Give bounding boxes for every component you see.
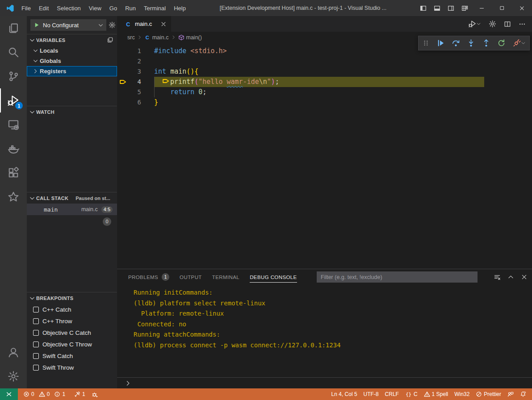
clear-console-icon[interactable] [494,274,501,281]
more-actions-icon[interactable] [519,21,526,28]
run-or-debug-button[interactable] [469,20,481,28]
configure-gear-icon[interactable] [109,21,116,29]
activity-explorer[interactable] [0,16,27,40]
breakpoint-objective-c-catch[interactable]: Objective C Catch [27,327,117,338]
split-editor-icon[interactable] [504,21,511,28]
close-button[interactable] [512,0,532,16]
code-editor[interactable]: 1#include <stdio.h>23int main(){4 printf… [117,43,532,269]
breakpoint-c-throw[interactable]: C++ Throw [27,315,117,327]
breakpoint-gutter[interactable] [117,46,129,56]
maximize-panel-icon[interactable] [507,274,514,280]
breadcrumb-item-2[interactable]: Cmain.c [144,34,169,41]
breakpoint-gutter[interactable] [117,56,129,67]
menu-edit[interactable]: Edit [35,0,53,16]
code-text[interactable]: #include <stdio.h> [154,46,227,56]
activity-run-and-debug[interactable]: 1 [0,88,27,112]
menu-selection[interactable]: Selection [53,0,84,16]
status-eol[interactable]: CRLF [382,388,402,400]
activity-remote-explorer[interactable] [0,112,27,137]
close-tab-icon[interactable] [160,21,167,27]
menu-run[interactable]: Run [121,0,140,16]
breakpoint-checkbox[interactable] [33,330,39,336]
code-text[interactable]: } [154,97,158,108]
session-row[interactable]: 0 [27,215,117,228]
activity-source-control[interactable] [0,64,27,88]
breakpoint-swift-throw[interactable]: Swift Throw [27,362,117,373]
activity-account[interactable] [0,340,27,364]
variables-item-registers[interactable]: Registers [27,66,117,76]
variables-section-header[interactable]: VARIABLES [27,34,117,46]
breakpoint-gutter[interactable] [117,67,129,77]
activity-search[interactable] [0,40,27,64]
debug-console-input[interactable] [117,377,532,388]
tools-status[interactable]: 1 [71,388,88,400]
status-notifications[interactable] [517,388,529,400]
problems-status[interactable]: 001 [20,388,71,400]
activity-extensions[interactable] [0,161,27,185]
status-language-mode[interactable]: {}C [402,388,421,400]
close-panel-icon[interactable] [521,274,528,280]
customize-layout-icon[interactable] [461,5,468,12]
code-text[interactable]: return 0; [154,87,206,97]
toggle-sidebar-icon[interactable] [420,5,427,12]
panel-tab-terminal[interactable]: TERMINAL [212,269,239,285]
breadcrumb-item-1[interactable]: src [127,34,135,41]
breakpoint-checkbox[interactable] [33,365,39,371]
minimize-button[interactable] [472,0,492,16]
stack-frame-row[interactable]: main main.c 4:5 [27,204,117,215]
menu-view[interactable]: View [85,0,105,16]
activity-star[interactable] [0,185,27,209]
breakpoints-section-header[interactable]: BREAKPOINTS [27,292,117,304]
panel-tab-output[interactable]: OUTPUT [180,269,202,285]
menu-help[interactable]: Help [170,0,190,16]
editor-settings-gear-icon[interactable] [489,20,496,28]
debug-step-into-button[interactable] [467,39,475,47]
watch-section-header[interactable]: WATCH [27,106,117,117]
status-formatter[interactable]: Prettier [473,388,504,400]
panel-tab-problems[interactable]: PROBLEMS1 [128,269,169,285]
breakpoint-checkbox[interactable] [33,307,39,312]
breakpoint-checkbox[interactable] [33,342,39,347]
menu-terminal[interactable]: Terminal [140,0,170,16]
debug-restart-button[interactable] [497,39,506,47]
toggle-secondary-sidebar-icon[interactable] [448,5,454,12]
console-filter-input[interactable] [317,271,478,283]
code-text[interactable]: int main(){ [154,67,198,77]
breakpoint-swift-catch[interactable]: Swift Catch [27,350,117,362]
tab-main-c[interactable]: C main.c [117,16,171,32]
variables-item-locals[interactable]: Locals [27,46,117,56]
breakpoint-gutter[interactable] [117,87,129,97]
remote-indicator[interactable] [0,388,18,400]
breakpoint-checkbox[interactable] [33,318,39,324]
activity-docker[interactable] [0,137,27,161]
call-stack-section-header[interactable]: CALL STACK Paused on st... [27,192,117,204]
menu-go[interactable]: Go [105,0,121,16]
activity-settings[interactable] [0,364,27,388]
status-feedback[interactable] [504,388,517,400]
debug-step-over-button[interactable] [452,39,460,47]
breadcrumb-item-3[interactable]: main() [178,34,202,41]
status-cursor-position[interactable]: Ln 4, Col 5 [328,388,360,400]
console-output-line: (lldb) process connect -p wasm connect:/… [134,340,532,351]
breakpoint-gutter[interactable] [117,97,129,108]
breakpoint-c-catch[interactable]: C++ Catch [27,304,117,315]
debug-status[interactable] [88,388,101,400]
breakpoint-objective-c-throw[interactable]: Objective C Throw [27,338,117,350]
status-encoding[interactable]: UTF-8 [360,388,382,400]
variables-item-globals[interactable]: Globals [27,56,117,66]
breakpoint-gutter[interactable] [117,77,129,87]
breakpoint-checkbox[interactable] [33,353,39,359]
status-spell-status[interactable]: 1 Spell [421,388,452,400]
menu-file[interactable]: File [17,0,35,16]
debug-configuration-dropdown[interactable]: No Configurat [30,19,106,31]
breakpoint-label: Swift Throw [42,364,74,371]
debug-disconnect-button[interactable] [512,39,526,47]
panel-tab-debug-console[interactable]: DEBUG CONSOLE [250,269,297,285]
debug-continue-button[interactable] [436,39,445,47]
status-platform[interactable]: Win32 [451,388,473,400]
maximize-button[interactable] [492,0,512,16]
collapse-all-icon[interactable] [107,37,113,43]
toggle-panel-icon[interactable] [434,5,440,12]
code-text[interactable]: printf("hello wamr-ide\n"); [154,77,484,87]
debug-step-out-button[interactable] [482,39,490,47]
